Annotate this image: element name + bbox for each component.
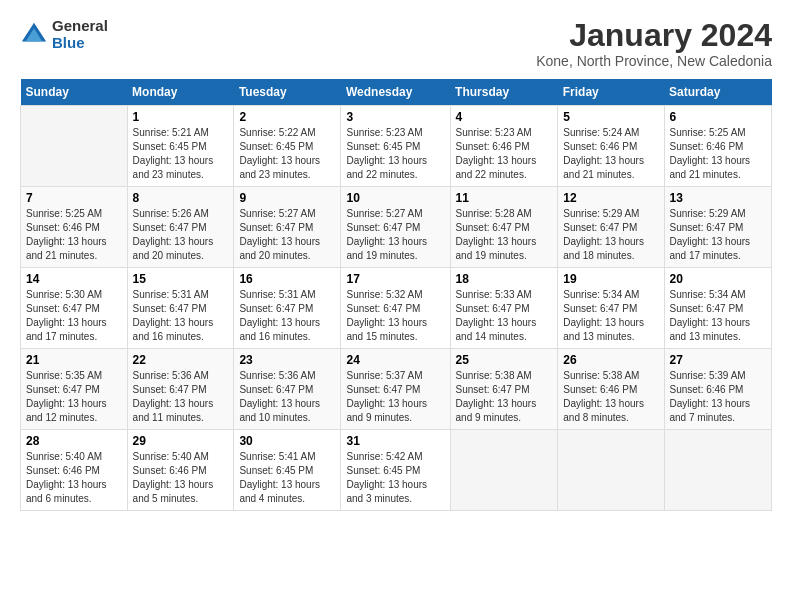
- day-header-tuesday: Tuesday: [234, 79, 341, 106]
- header: General Blue January 2024 Kone, North Pr…: [20, 18, 772, 69]
- day-number: 20: [670, 272, 767, 286]
- calendar-cell: 1Sunrise: 5:21 AMSunset: 6:45 PMDaylight…: [127, 106, 234, 187]
- day-number: 4: [456, 110, 553, 124]
- day-number: 13: [670, 191, 767, 205]
- day-detail: Sunrise: 5:22 AMSunset: 6:45 PMDaylight:…: [239, 127, 320, 180]
- calendar-cell: 9Sunrise: 5:27 AMSunset: 6:47 PMDaylight…: [234, 187, 341, 268]
- calendar-cell: 14Sunrise: 5:30 AMSunset: 6:47 PMDayligh…: [21, 268, 128, 349]
- subtitle: Kone, North Province, New Caledonia: [536, 53, 772, 69]
- day-number: 25: [456, 353, 553, 367]
- day-detail: Sunrise: 5:37 AMSunset: 6:47 PMDaylight:…: [346, 370, 427, 423]
- day-number: 19: [563, 272, 658, 286]
- day-detail: Sunrise: 5:35 AMSunset: 6:47 PMDaylight:…: [26, 370, 107, 423]
- day-detail: Sunrise: 5:36 AMSunset: 6:47 PMDaylight:…: [133, 370, 214, 423]
- logo-blue-text: Blue: [52, 35, 108, 52]
- calendar-cell: 28Sunrise: 5:40 AMSunset: 6:46 PMDayligh…: [21, 430, 128, 511]
- day-number: 9: [239, 191, 335, 205]
- day-header-thursday: Thursday: [450, 79, 558, 106]
- day-number: 18: [456, 272, 553, 286]
- day-detail: Sunrise: 5:21 AMSunset: 6:45 PMDaylight:…: [133, 127, 214, 180]
- day-header-friday: Friday: [558, 79, 664, 106]
- day-number: 30: [239, 434, 335, 448]
- day-detail: Sunrise: 5:27 AMSunset: 6:47 PMDaylight:…: [346, 208, 427, 261]
- calendar-cell: [558, 430, 664, 511]
- day-detail: Sunrise: 5:30 AMSunset: 6:47 PMDaylight:…: [26, 289, 107, 342]
- day-detail: Sunrise: 5:31 AMSunset: 6:47 PMDaylight:…: [133, 289, 214, 342]
- day-detail: Sunrise: 5:25 AMSunset: 6:46 PMDaylight:…: [26, 208, 107, 261]
- day-number: 24: [346, 353, 444, 367]
- calendar-cell: 18Sunrise: 5:33 AMSunset: 6:47 PMDayligh…: [450, 268, 558, 349]
- day-number: 26: [563, 353, 658, 367]
- calendar-cell: 2Sunrise: 5:22 AMSunset: 6:45 PMDaylight…: [234, 106, 341, 187]
- calendar-cell: 3Sunrise: 5:23 AMSunset: 6:45 PMDaylight…: [341, 106, 450, 187]
- day-detail: Sunrise: 5:26 AMSunset: 6:47 PMDaylight:…: [133, 208, 214, 261]
- day-number: 31: [346, 434, 444, 448]
- calendar-cell: 10Sunrise: 5:27 AMSunset: 6:47 PMDayligh…: [341, 187, 450, 268]
- day-detail: Sunrise: 5:40 AMSunset: 6:46 PMDaylight:…: [133, 451, 214, 504]
- calendar-cell: 16Sunrise: 5:31 AMSunset: 6:47 PMDayligh…: [234, 268, 341, 349]
- calendar-cell: 30Sunrise: 5:41 AMSunset: 6:45 PMDayligh…: [234, 430, 341, 511]
- main-title: January 2024: [536, 18, 772, 53]
- title-section: January 2024 Kone, North Province, New C…: [536, 18, 772, 69]
- calendar-cell: 6Sunrise: 5:25 AMSunset: 6:46 PMDaylight…: [664, 106, 772, 187]
- calendar-cell: 11Sunrise: 5:28 AMSunset: 6:47 PMDayligh…: [450, 187, 558, 268]
- day-number: 27: [670, 353, 767, 367]
- day-number: 23: [239, 353, 335, 367]
- calendar-week-2: 7Sunrise: 5:25 AMSunset: 6:46 PMDaylight…: [21, 187, 772, 268]
- page-container: General Blue January 2024 Kone, North Pr…: [0, 0, 792, 521]
- day-detail: Sunrise: 5:29 AMSunset: 6:47 PMDaylight:…: [670, 208, 751, 261]
- day-number: 29: [133, 434, 229, 448]
- calendar-week-1: 1Sunrise: 5:21 AMSunset: 6:45 PMDaylight…: [21, 106, 772, 187]
- day-number: 11: [456, 191, 553, 205]
- calendar-week-5: 28Sunrise: 5:40 AMSunset: 6:46 PMDayligh…: [21, 430, 772, 511]
- calendar-cell: 17Sunrise: 5:32 AMSunset: 6:47 PMDayligh…: [341, 268, 450, 349]
- day-detail: Sunrise: 5:23 AMSunset: 6:45 PMDaylight:…: [346, 127, 427, 180]
- logo-general-text: General: [52, 18, 108, 35]
- calendar-cell: 24Sunrise: 5:37 AMSunset: 6:47 PMDayligh…: [341, 349, 450, 430]
- day-number: 6: [670, 110, 767, 124]
- day-detail: Sunrise: 5:23 AMSunset: 6:46 PMDaylight:…: [456, 127, 537, 180]
- calendar-cell: 25Sunrise: 5:38 AMSunset: 6:47 PMDayligh…: [450, 349, 558, 430]
- day-detail: Sunrise: 5:38 AMSunset: 6:46 PMDaylight:…: [563, 370, 644, 423]
- calendar-table: SundayMondayTuesdayWednesdayThursdayFrid…: [20, 79, 772, 511]
- day-number: 7: [26, 191, 122, 205]
- calendar-cell: 22Sunrise: 5:36 AMSunset: 6:47 PMDayligh…: [127, 349, 234, 430]
- day-number: 21: [26, 353, 122, 367]
- calendar-cell: [21, 106, 128, 187]
- day-detail: Sunrise: 5:24 AMSunset: 6:46 PMDaylight:…: [563, 127, 644, 180]
- calendar-cell: 8Sunrise: 5:26 AMSunset: 6:47 PMDaylight…: [127, 187, 234, 268]
- day-detail: Sunrise: 5:28 AMSunset: 6:47 PMDaylight:…: [456, 208, 537, 261]
- calendar-cell: 13Sunrise: 5:29 AMSunset: 6:47 PMDayligh…: [664, 187, 772, 268]
- day-detail: Sunrise: 5:40 AMSunset: 6:46 PMDaylight:…: [26, 451, 107, 504]
- day-number: 3: [346, 110, 444, 124]
- day-detail: Sunrise: 5:34 AMSunset: 6:47 PMDaylight:…: [670, 289, 751, 342]
- day-number: 14: [26, 272, 122, 286]
- calendar-cell: 27Sunrise: 5:39 AMSunset: 6:46 PMDayligh…: [664, 349, 772, 430]
- day-number: 1: [133, 110, 229, 124]
- day-header-monday: Monday: [127, 79, 234, 106]
- day-detail: Sunrise: 5:29 AMSunset: 6:47 PMDaylight:…: [563, 208, 644, 261]
- day-detail: Sunrise: 5:36 AMSunset: 6:47 PMDaylight:…: [239, 370, 320, 423]
- day-number: 22: [133, 353, 229, 367]
- day-detail: Sunrise: 5:31 AMSunset: 6:47 PMDaylight:…: [239, 289, 320, 342]
- calendar-cell: 31Sunrise: 5:42 AMSunset: 6:45 PMDayligh…: [341, 430, 450, 511]
- calendar-cell: [450, 430, 558, 511]
- calendar-cell: 26Sunrise: 5:38 AMSunset: 6:46 PMDayligh…: [558, 349, 664, 430]
- day-header-sunday: Sunday: [21, 79, 128, 106]
- day-header-saturday: Saturday: [664, 79, 772, 106]
- day-detail: Sunrise: 5:38 AMSunset: 6:47 PMDaylight:…: [456, 370, 537, 423]
- logo-text: General Blue: [52, 18, 108, 51]
- calendar-cell: 7Sunrise: 5:25 AMSunset: 6:46 PMDaylight…: [21, 187, 128, 268]
- calendar-cell: 29Sunrise: 5:40 AMSunset: 6:46 PMDayligh…: [127, 430, 234, 511]
- day-detail: Sunrise: 5:34 AMSunset: 6:47 PMDaylight:…: [563, 289, 644, 342]
- calendar-cell: 4Sunrise: 5:23 AMSunset: 6:46 PMDaylight…: [450, 106, 558, 187]
- day-detail: Sunrise: 5:33 AMSunset: 6:47 PMDaylight:…: [456, 289, 537, 342]
- calendar-cell: 23Sunrise: 5:36 AMSunset: 6:47 PMDayligh…: [234, 349, 341, 430]
- day-number: 28: [26, 434, 122, 448]
- day-number: 2: [239, 110, 335, 124]
- logo: General Blue: [20, 18, 108, 51]
- day-number: 17: [346, 272, 444, 286]
- calendar-cell: [664, 430, 772, 511]
- logo-icon: [20, 21, 48, 49]
- calendar-cell: 19Sunrise: 5:34 AMSunset: 6:47 PMDayligh…: [558, 268, 664, 349]
